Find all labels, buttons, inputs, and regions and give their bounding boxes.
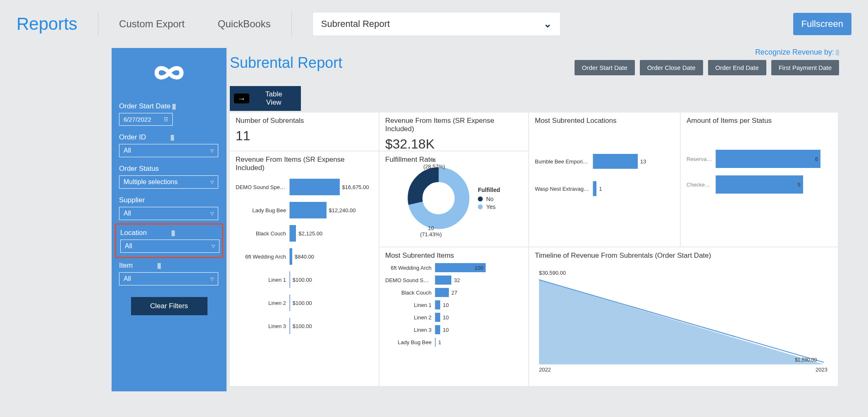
location-select[interactable]: All ▽ — [120, 240, 219, 253]
bar-label: Linen 2 — [385, 314, 435, 321]
bar-track: 10 — [435, 313, 522, 322]
chevron-down-icon: ▽ — [210, 211, 214, 216]
bar-row: Linen 2$100.00 — [236, 295, 373, 311]
order-id-select[interactable]: All ▽ — [119, 144, 218, 157]
bar-value: 10 — [443, 314, 448, 321]
tile-title: Most Subrented Items — [385, 252, 522, 260]
bar-fill — [435, 300, 440, 309]
bar-track: $100.00 — [289, 295, 373, 311]
bar-row: DEMO Sound Speaker$16,675.00 — [236, 179, 373, 195]
bar-row: Reservation6 — [687, 150, 832, 168]
order-status-label: Order Status — [119, 165, 219, 173]
chevron-down-icon: ▽ — [210, 276, 214, 282]
bar-track: 100 — [435, 263, 522, 272]
divider — [291, 12, 292, 36]
item-select[interactable]: All ▽ — [119, 272, 218, 285]
bar-track: 5 — [715, 175, 832, 194]
bar-label: Linen 1 — [385, 302, 435, 308]
bar-value: $12,240.00 — [329, 207, 356, 213]
bar-fill — [290, 202, 327, 218]
bar-row: Lady Bug Bee1 — [385, 338, 522, 347]
chevron-down-icon: ▽ — [210, 148, 214, 153]
filter-order-id: Order ID All ▽ — [119, 133, 219, 157]
tile-items-per-status: Amount of Items per Status Reservation6C… — [681, 113, 838, 247]
bar-row: Bumble Bee Emporium13 — [535, 154, 674, 169]
tile-value: 11 — [236, 128, 373, 144]
filter-order-status: Order Status Multiple selections ▽ — [119, 165, 219, 189]
bar-row: Checked In5 — [687, 175, 832, 194]
bar-row: Black Couch$2,125.00 — [236, 225, 373, 242]
bar-fill — [435, 313, 440, 322]
chevron-down-icon: ⌄ — [544, 18, 552, 30]
bar-fill — [593, 154, 638, 169]
bar-value: $840.00 — [295, 254, 314, 260]
bar-fill: 6 — [716, 150, 820, 168]
report-title: Subrental Report — [230, 48, 342, 78]
svg-text:$1,590.00: $1,590.00 — [795, 357, 817, 363]
tile-title: Most Subrented Locations — [535, 117, 674, 125]
calendar-icon: ☷ — [164, 117, 168, 122]
bar-label: Black Couch — [385, 290, 435, 296]
arrow-right-icon: → — [234, 93, 249, 103]
bar-value: $2,125.00 — [298, 230, 322, 237]
tile-most-subrented-locations: Most Subrented Locations Bumble Bee Empo… — [529, 113, 680, 247]
bar-track: 1 — [593, 181, 674, 196]
bar-track: 1 — [435, 338, 522, 347]
bar-fill — [435, 288, 449, 297]
filter-item: Item All ▽ — [119, 261, 219, 285]
bar-track: 13 — [593, 154, 674, 169]
report-selector-dropdown[interactable]: Subrental Report ⌄ — [312, 12, 560, 36]
tab-custom-export[interactable]: Custom Export — [107, 18, 197, 30]
supplier-label: Supplier — [119, 196, 219, 204]
rev-btn-order-end-date[interactable]: Order End Date — [708, 60, 766, 75]
dropdown-value: Subrental Report — [321, 19, 390, 29]
bar-track: 10 — [435, 325, 522, 334]
bar-track: $16,675.00 — [289, 179, 373, 195]
bar-row: DEMO Sound Speaker32 — [385, 276, 522, 285]
rev-btn-order-close-date[interactable]: Order Close Date — [640, 60, 703, 75]
order-start-date-label: Order Start Date — [119, 102, 219, 110]
rev-btn-first-payment-date[interactable]: First Payment Date — [771, 60, 839, 75]
bar-track: 27 — [435, 288, 522, 297]
fullscreen-button[interactable]: Fullscreen — [793, 13, 851, 35]
bar-fill: 5 — [716, 175, 803, 194]
tile-most-subrented-items: Most Subrented Items 6ft Wedding Arch100… — [379, 247, 528, 386]
tile-revenue-items-chart: Revenue From Items (SR Expense Included)… — [230, 151, 379, 386]
bar-track: $2,125.00 — [289, 225, 373, 242]
tile-number-of-subrentals: Number of Subrentals 11 — [230, 113, 379, 151]
chevron-down-icon: ▽ — [212, 244, 215, 249]
bar-track: 6 — [715, 150, 832, 168]
tile-title: Timeline of Revenue From Subrentals (Ord… — [535, 252, 832, 260]
main-content: Subrental Report Recognize Revenue by: O… — [230, 48, 868, 391]
tile-title: Amount of Items per Status — [687, 117, 832, 125]
bar-fill — [290, 225, 296, 242]
filter-order-start-date: Order Start Date 6/27/2022 ☷ — [119, 102, 219, 126]
bar-label: 6ft Wedding Arch — [385, 265, 435, 271]
bar-label: Checked In — [687, 182, 715, 188]
tab-quickbooks[interactable]: QuickBooks — [205, 18, 283, 30]
clear-filters-button[interactable]: Clear Filters — [131, 297, 207, 315]
tile-revenue-total: Revenue From Items (SR Expense Included)… — [379, 113, 528, 151]
bar-value: 100 — [475, 265, 484, 271]
item-label: Item — [119, 261, 219, 270]
bar-label: 6ft Wedding Arch — [236, 254, 289, 260]
bar-row: 6ft Wedding Arch$840.00 — [236, 248, 373, 265]
workspace: Order Start Date 6/27/2022 ☷ Order ID Al… — [0, 48, 868, 391]
bar-label: Linen 3 — [236, 323, 289, 329]
bar-label: DEMO Sound Speaker — [236, 184, 289, 190]
bar-fill — [435, 338, 436, 347]
supplier-select[interactable]: All ▽ — [119, 207, 218, 220]
bar-label: Linen 1 — [236, 277, 289, 283]
rev-btn-order-start-date[interactable]: Order Start Date — [575, 60, 635, 75]
bar-value: $100.00 — [293, 277, 312, 283]
tile-title: Revenue From Items (SR Expense Included) — [236, 156, 373, 172]
order-start-date-input[interactable]: 6/27/2022 ☷ — [119, 113, 173, 126]
bar-label: Lady Bug Bee — [236, 207, 289, 213]
bar-label: Linen 3 — [385, 327, 435, 333]
bar-value: 5 — [798, 182, 801, 188]
bar-fill — [435, 276, 451, 285]
bar-value: $16,675.00 — [342, 184, 369, 190]
order-status-select[interactable]: Multiple selections ▽ — [119, 175, 218, 189]
bar-row: 6ft Wedding Arch100 — [385, 263, 522, 272]
table-view-button[interactable]: → Table View — [230, 86, 301, 111]
